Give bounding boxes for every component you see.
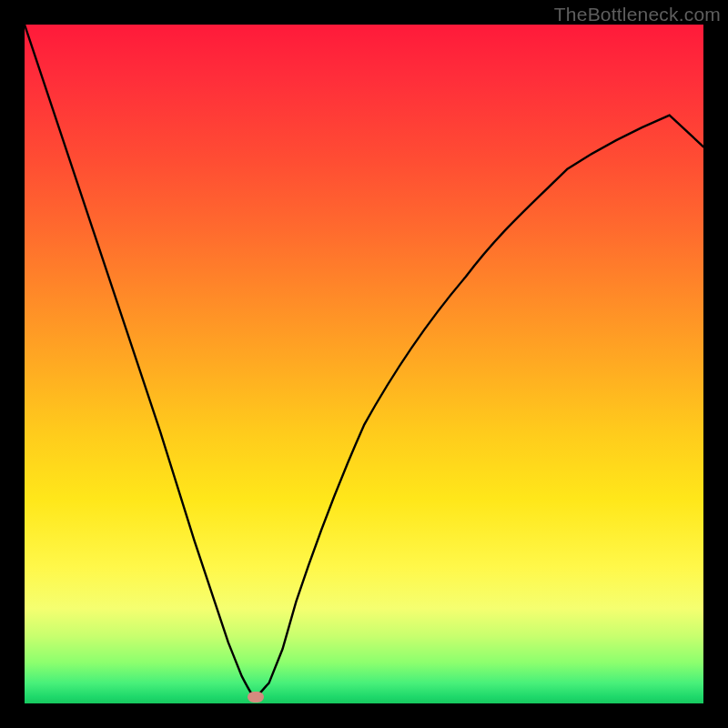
minimum-marker [248,692,264,703]
bottleneck-curve [25,25,703,703]
plot-area [25,25,703,703]
curve-path [25,25,703,697]
watermark-text: TheBottleneck.com [554,4,721,25]
chart-frame: TheBottleneck.com [0,0,728,728]
